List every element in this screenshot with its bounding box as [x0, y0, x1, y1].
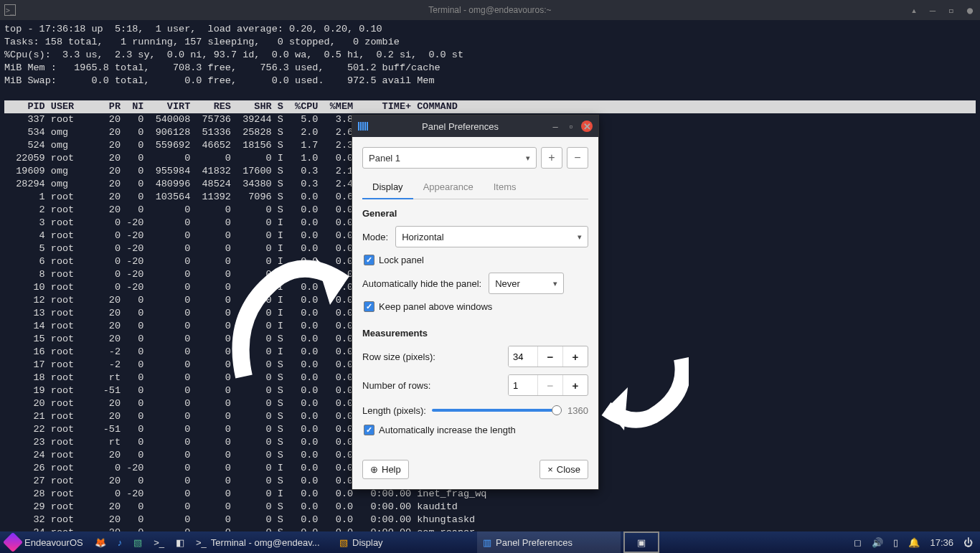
num-rows-spinner[interactable]: − + [508, 374, 588, 396]
dialog-title: Panel Preferences [377, 121, 544, 132]
tab-appearance[interactable]: Appearance [413, 176, 484, 199]
auto-increase-checkbox[interactable]: ✓ [364, 425, 374, 435]
row-size-plus[interactable]: + [562, 346, 588, 367]
chevron-down-icon: ▾ [526, 153, 530, 163]
tab-items[interactable]: Items [484, 176, 527, 199]
close-x-icon: × [547, 464, 553, 475]
length-value: 1360 [567, 405, 588, 416]
panel-icon [358, 122, 371, 131]
section-measurements: Measurements [362, 328, 588, 339]
close-button-label: Close [557, 464, 580, 475]
lock-panel-label: Lock panel [379, 255, 424, 265]
dialog-minimize-icon[interactable]: – [550, 121, 561, 132]
task-display-label: Display [352, 537, 383, 548]
num-rows-input[interactable] [509, 375, 537, 395]
autohide-value: Never [495, 278, 520, 289]
row-size-spinner[interactable]: − + [508, 346, 588, 367]
app-launcher[interactable]: EndeavourOS [0, 531, 89, 553]
add-panel-button[interactable]: + [541, 147, 562, 169]
mode-value: Horizontal [402, 232, 444, 242]
row-size-minus[interactable]: − [537, 346, 562, 367]
terminal-task-icon: >_ [196, 537, 207, 548]
remove-panel-button[interactable]: − [567, 147, 588, 169]
close-button[interactable]: × Close [540, 460, 588, 479]
section-general: General [362, 208, 588, 219]
show-desktop[interactable]: ◧ [170, 531, 190, 553]
close-icon[interactable]: ● [964, 4, 976, 16]
length-label: Length (pixels): [362, 405, 426, 416]
autohide-label: Automatically hide the panel: [362, 278, 481, 289]
tray-battery-icon[interactable]: ▯ [893, 537, 898, 548]
panel-selector[interactable]: Panel 1 ▾ [362, 147, 537, 169]
panel-preferences-dialog: Panel Preferences – ▫ ✕ Panel 1 ▾ + − Di… [352, 115, 599, 490]
workspace-icon: ▣ [637, 537, 646, 548]
dialog-titlebar[interactable]: Panel Preferences – ▫ ✕ [352, 115, 598, 137]
launcher-label: EndeavourOS [24, 537, 83, 548]
help-button-label: Help [382, 464, 401, 475]
taskbar: EndeavourOS 🦊 ♪ ▧ >_ ◧ >_ Terminal - omg… [0, 531, 980, 553]
task-terminal-label: Terminal - omg@endeav... [211, 537, 320, 548]
folder-icon: ▧ [133, 537, 142, 548]
terminal-icon: >_ [4, 4, 16, 16]
panel-task-icon: ▥ [483, 537, 491, 548]
tab-display[interactable]: Display [362, 176, 413, 199]
terminal-titlebar[interactable]: >_ Terminal - omg@endeavouros:~ ▴ – ▫ ● [0, 0, 980, 20]
task-terminal[interactable]: >_ Terminal - omg@endeav... [190, 531, 334, 553]
firefox-icon: 🦊 [95, 537, 106, 548]
mode-select[interactable]: Horizontal ▾ [395, 226, 588, 247]
display-icon: ▧ [339, 537, 348, 548]
chevron-down-icon: ▾ [578, 232, 582, 242]
terminal-launcher[interactable]: >_ [148, 531, 170, 553]
launcher-icon [3, 532, 23, 552]
length-slider[interactable] [432, 403, 562, 417]
tray-clock[interactable]: 17:36 [930, 537, 953, 548]
task-panel-preferences[interactable]: ▥ Panel Preferences [477, 531, 621, 553]
row-size-input[interactable] [509, 346, 537, 367]
lock-panel-checkbox[interactable]: ✓ [364, 255, 374, 265]
keep-above-label: Keep panel above windows [379, 301, 492, 312]
num-rows-minus[interactable]: − [537, 375, 562, 395]
task-panel-label: Panel Preferences [496, 537, 573, 548]
tray-power-icon[interactable]: ⏻ [963, 537, 973, 548]
keep-above-checkbox[interactable]: ✓ [364, 301, 374, 312]
music-icon: ♪ [118, 537, 123, 548]
minimize-icon[interactable]: – [927, 4, 938, 16]
workspace-switcher[interactable]: ▣ [623, 531, 659, 553]
tray-volume-icon[interactable]: 🔊 [872, 537, 883, 548]
files-launcher[interactable]: ▧ [128, 531, 148, 553]
row-size-label: Row size (pixels): [362, 351, 501, 362]
maximize-icon[interactable]: ▫ [946, 4, 957, 16]
terminal-small-icon: >_ [154, 537, 164, 548]
autohide-select[interactable]: Never ▾ [489, 273, 564, 294]
num-rows-plus[interactable]: + [562, 375, 588, 395]
menu-icon[interactable]: ▴ [908, 4, 920, 16]
terminal-title: Terminal - omg@endeavouros:~ [428, 5, 551, 15]
mode-label: Mode: [362, 232, 388, 242]
panel-selector-label: Panel 1 [369, 153, 400, 164]
tray-notifications-icon[interactable]: 🔔 [908, 537, 920, 548]
help-icon: ⊕ [370, 464, 378, 475]
help-button[interactable]: ⊕ Help [362, 460, 409, 479]
task-display[interactable]: ▧ Display [334, 531, 477, 553]
tray-screen-icon[interactable]: ◻ [854, 537, 862, 548]
dialog-close-icon[interactable]: ✕ [581, 120, 593, 132]
firefox-launcher[interactable]: 🦊 [89, 531, 112, 553]
desktop-icon: ◧ [176, 537, 184, 548]
dialog-maximize-icon[interactable]: ▫ [565, 121, 577, 132]
num-rows-label: Number of rows: [362, 380, 501, 391]
auto-increase-label: Automatically increase the length [379, 425, 516, 435]
music-launcher[interactable]: ♪ [112, 531, 128, 553]
slider-thumb[interactable] [552, 405, 562, 415]
chevron-down-icon: ▾ [553, 279, 557, 288]
